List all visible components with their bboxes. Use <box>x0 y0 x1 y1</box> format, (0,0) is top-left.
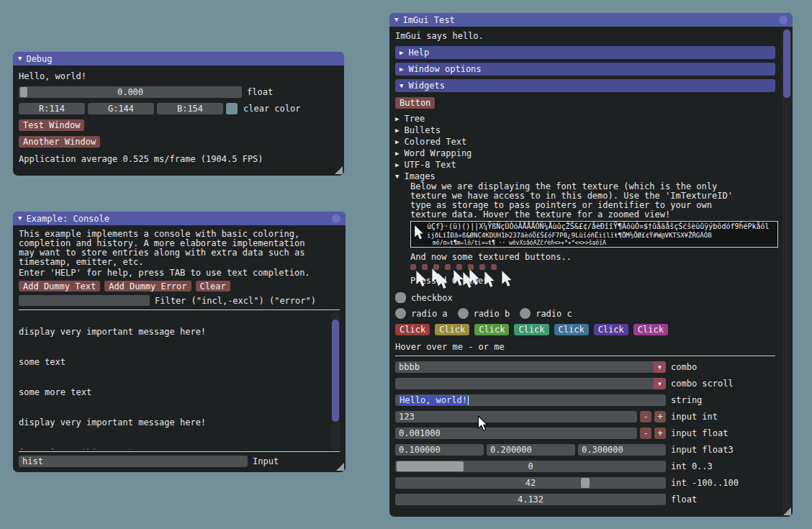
hover-tooltip-text[interactable]: Hover over me - or me <box>395 342 775 352</box>
fps-stats-text: Application average 0.525 ms/frame (1904… <box>19 154 338 164</box>
slider-value: 0 <box>395 461 666 471</box>
console-log-region[interactable]: display very important message here! som… <box>19 312 340 450</box>
tree-node-label: Images <box>404 171 435 181</box>
input-float-field[interactable]: 0.001000 <box>395 428 637 439</box>
slider-int-a-label: int 0..3 <box>671 461 713 471</box>
test-window-button[interactable]: Test Window <box>19 119 84 131</box>
textured-image-button[interactable] <box>468 264 474 270</box>
input-float3-field-x[interactable]: 0.100000 <box>395 444 484 456</box>
texture-glyph-row: ijðLîÍÐã¤ß&ØNC4KDUH1Þ237ãèóÕ£Š£óF7P8¿9Lû… <box>411 231 777 240</box>
debug-content: Hello, world! 0.000 float R:114 G:144 B:… <box>13 65 344 164</box>
click-button-teal[interactable]: Click <box>514 324 549 335</box>
combo-box[interactable]: bbbb ▼ <box>395 361 666 373</box>
float-slider[interactable]: 0.000 <box>19 86 242 98</box>
radio-button-b[interactable] <box>458 308 469 319</box>
click-button-purple[interactable]: Click <box>594 324 628 335</box>
click-button-green[interactable]: Click <box>474 324 509 335</box>
decrement-button[interactable]: - <box>640 428 651 439</box>
add-dummy-error-button[interactable]: Add Dummy Error <box>104 281 191 291</box>
header-window-options[interactable]: ▶ Window options <box>395 63 775 76</box>
slider-value: 0.000 <box>19 87 242 97</box>
combo-scroll-box[interactable]: ▼ <box>395 378 666 389</box>
textured-image-button[interactable] <box>422 264 428 270</box>
slider-int-0-3[interactable]: 0 <box>395 461 666 472</box>
textured-image-button[interactable] <box>445 264 451 270</box>
clear-color-swatch[interactable] <box>226 103 238 114</box>
decrement-button[interactable]: - <box>640 411 651 422</box>
texture-glyph-row: mö/π=ŧ¶m=lõ/ti¤=ŧ¶ ·· wêvXsãóÀZĉŕèñ<>+*+… <box>411 240 777 247</box>
input-float3-field-y[interactable]: 0.200000 <box>487 444 575 456</box>
increment-button[interactable]: + <box>654 428 666 439</box>
string-input-label: string <box>671 395 702 405</box>
chevron-right-icon: ▶ <box>395 162 399 168</box>
console-input-label: Input <box>253 456 279 466</box>
combo-scroll-row: ▼ combo scroll <box>395 378 775 389</box>
test-titlebar[interactable]: ▼ ImGui Test <box>389 13 793 27</box>
radio-button-a[interactable] <box>395 308 406 319</box>
clear-button[interactable]: Clear <box>196 281 230 291</box>
collapse-arrow-icon[interactable]: ▼ <box>394 17 398 23</box>
font-texture-image[interactable]: úÇf}·(ü)()||X¼ŸßÑçÙÒóÂÅÅÅÓÑ¼ÅùûçŽŠ&£¢/åè… <box>410 221 778 248</box>
close-button[interactable] <box>779 16 788 24</box>
tree-node-tree[interactable]: ▶ Tree <box>395 113 775 125</box>
float-slider-label: float <box>247 87 273 97</box>
click-button-magenta[interactable]: Click <box>633 324 668 335</box>
checkbox[interactable] <box>395 292 406 303</box>
color-g-field[interactable]: G:144 <box>88 103 154 114</box>
resize-grip[interactable] <box>336 463 344 471</box>
textured-image-button[interactable] <box>410 264 416 270</box>
tree-node-bullets[interactable]: ▶ Bullets <box>395 125 775 136</box>
log-scrollbar-grab[interactable] <box>332 320 339 422</box>
combo-arrow-icon[interactable]: ▼ <box>654 361 666 373</box>
texture-glyph-row: úÇf}·(ü)()||X¼ŸßÑçÙÒóÂÅÅÅÓÑ¼ÅùûçŽŠ&£¢/åè… <box>411 222 777 231</box>
slider-int-neg100-100[interactable]: 42 <box>395 477 666 489</box>
increment-button[interactable]: + <box>654 411 666 422</box>
tree-node-colored-text[interactable]: ▶ Colored Text <box>395 136 775 148</box>
string-text-input[interactable]: Hello, world! <box>395 394 666 406</box>
log-scrollbar[interactable] <box>331 312 340 450</box>
console-titlebar[interactable]: ▼ Example: Console <box>13 212 346 225</box>
window-scrollbar-grab[interactable] <box>783 30 790 98</box>
window-scrollbar[interactable] <box>782 28 791 514</box>
resize-grip[interactable] <box>783 507 791 515</box>
header-help[interactable]: ▶ Help <box>395 46 775 59</box>
slider-float[interactable]: 4.132 <box>395 494 666 505</box>
button-row: Button <box>395 97 775 109</box>
resize-grip[interactable] <box>335 166 343 174</box>
button-widget[interactable]: Button <box>395 97 435 109</box>
click-button-blue[interactable]: Click <box>554 324 589 335</box>
combo-arrow-icon[interactable]: ▼ <box>654 378 666 389</box>
log-line-error: [error] something went wrong <box>19 448 328 450</box>
header-label: Widgets <box>408 81 445 91</box>
float-slider-row: 0.000 float <box>19 86 338 98</box>
filter-input[interactable] <box>19 295 150 306</box>
color-b-field[interactable]: B:154 <box>157 103 223 114</box>
textured-image-button[interactable] <box>479 264 485 270</box>
tree-node-word-wrapping[interactable]: ▶ Word Wrapping <box>395 148 775 159</box>
console-command-input[interactable]: hist <box>19 456 248 467</box>
input-float-value: 0.001000 <box>399 428 441 438</box>
add-dummy-text-button[interactable]: Add Dummy Text <box>19 281 100 291</box>
collapse-arrow-icon[interactable]: ▼ <box>18 215 22 222</box>
header-widgets[interactable]: ▼ Widgets <box>395 79 775 92</box>
chevron-right-icon: ▶ <box>395 116 399 122</box>
collapse-arrow-icon[interactable]: ▼ <box>18 55 22 62</box>
debug-titlebar[interactable]: ▼ Debug <box>13 52 344 65</box>
input-int-field[interactable]: 123 <box>395 411 637 422</box>
textured-image-button[interactable] <box>491 264 497 270</box>
tree-node-utf8-text[interactable]: ▶ UTF-8 Text <box>395 159 775 171</box>
click-button-yellow[interactable]: Click <box>435 324 469 335</box>
slider-int-a-row: 0 int 0..3 <box>395 461 775 472</box>
chevron-right-icon: ▶ <box>400 66 403 73</box>
console-intro-line: timestamp, emitter, etc. <box>19 258 340 267</box>
close-button[interactable] <box>332 214 340 223</box>
window-title: Example: Console <box>26 214 109 224</box>
input-float3-field-z[interactable]: 0.300000 <box>578 444 666 456</box>
console-buttons-row: Add Dummy Text Add Dummy Error Clear <box>19 281 340 291</box>
color-r-field[interactable]: R:114 <box>19 103 85 114</box>
radio-button-c[interactable] <box>520 308 531 319</box>
tree-node-label: Bullets <box>404 125 441 135</box>
tree-node-images[interactable]: ▼ Images <box>395 171 775 182</box>
click-button-red[interactable]: Click <box>395 324 430 335</box>
another-window-button[interactable]: Another Window <box>19 136 100 148</box>
